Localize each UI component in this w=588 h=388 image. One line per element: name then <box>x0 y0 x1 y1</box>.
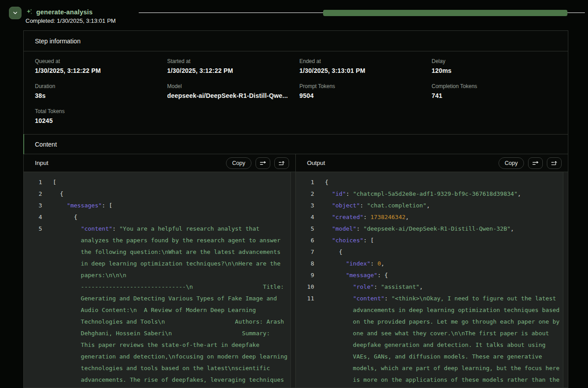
info-label: Duration <box>35 83 160 89</box>
info-value: 1/30/2025, 3:12:22 PM <box>35 67 160 74</box>
content-accent-bar <box>23 134 24 154</box>
code-line: models, which are part of deep learning,… <box>296 363 568 374</box>
step-title: generate-analysis <box>36 8 93 16</box>
info-field-prompt-tokens: Prompt Tokens 9504 <box>299 83 425 99</box>
info-field-started-at: Started at 1/30/2025, 3:12:22 PM <box>167 58 293 74</box>
info-value: deepseek-ai/DeepSeek-R1-Distill-Qwe... <box>167 92 293 99</box>
code-line: 3 "messages": [ <box>24 200 295 211</box>
info-field-total-tokens: Total Tokens 10245 <box>35 108 160 124</box>
line-number <box>24 363 42 374</box>
line-number <box>296 386 314 388</box>
code-line: 2 "id": "chatcmpl-5a5d2e8e-adf1-9329-bf9… <box>296 188 568 200</box>
code-line: in deep learning optimization techniques… <box>24 258 295 270</box>
step-information-grid: Queued at 1/30/2025, 3:12:22 PM Started … <box>24 51 568 134</box>
input-panel-header: Input Copy <box>24 154 295 172</box>
output-panel-title: Output <box>307 160 494 166</box>
wrap-text-icon <box>259 160 267 167</box>
input-panel: Input Copy 1[2 {3 "messages": [4 {5 "con… <box>24 154 296 388</box>
code-line: is more on the applications of these mod… <box>296 374 568 386</box>
code-line: 4 "created": 1738246342, <box>296 211 568 223</box>
timeline-step-bar[interactable] <box>323 10 567 16</box>
info-label: Total Tokens <box>35 108 160 114</box>
info-label: Started at <box>167 58 293 64</box>
code-line: 7 { <box>296 246 568 258</box>
scroll-to-top-button[interactable] <box>274 157 289 169</box>
line-number <box>296 374 314 386</box>
run-header: generate-analysis Completed: 1/30/2025, … <box>0 0 588 30</box>
info-field-queued-at: Queued at 1/30/2025, 3:12:22 PM <box>35 58 160 74</box>
code-line: technologies and tools based on the late… <box>24 363 295 374</box>
code-line: like\nVariational Autoencoders (VAEs), G… <box>24 386 295 388</box>
output-code-viewer[interactable]: 1{2 "id": "chatcmpl-5a5d2e8e-adf1-9329-b… <box>296 172 568 388</box>
code-line: 8 "index": 0, <box>296 258 568 270</box>
code-line: on the provided papers. Let me go throug… <box>296 316 568 328</box>
code-line: 10 "role": "assistant", <box>296 281 568 293</box>
line-number: 2 <box>24 188 42 200</box>
info-value: 120ms <box>432 67 557 74</box>
step-information-header: Step information <box>24 31 568 51</box>
line-number <box>24 258 42 270</box>
line-number: 11 <box>296 293 314 304</box>
info-field-duration: Duration 38s <box>35 83 160 99</box>
scroll-to-top-button[interactable] <box>547 157 562 169</box>
line-number <box>24 316 42 328</box>
line-number <box>24 293 42 304</box>
info-label: Delay <box>432 58 557 64</box>
wrap-text-button[interactable] <box>528 157 543 169</box>
code-line: 6 "choices": [ <box>296 235 568 246</box>
code-line: Technologies and Tools\n Authors: Arash <box>24 316 295 328</box>
line-number <box>24 328 42 339</box>
info-label: Model <box>167 83 293 89</box>
info-value: 9504 <box>299 92 425 99</box>
collapse-step-button[interactable] <box>9 7 21 19</box>
line-number: 9 <box>296 270 314 281</box>
wrap-text-button[interactable] <box>256 157 270 169</box>
line-number <box>296 304 314 316</box>
line-number: 10 <box>296 281 314 293</box>
scroll-to-top-icon <box>550 160 558 167</box>
output-scrollbar[interactable] <box>563 172 568 388</box>
code-line: the following question:\nWhat are the la… <box>24 246 295 258</box>
code-line: Generating and Detecting Various Types o… <box>24 293 295 304</box>
line-number <box>296 351 314 363</box>
line-number: 2 <box>296 188 314 200</box>
code-line: 11 "content": "<think>\nOkay, I need to … <box>296 293 568 304</box>
code-line: 1[ <box>24 177 295 188</box>
code-line: advancements in deep learning optimizati… <box>296 304 568 316</box>
line-number: 4 <box>296 211 314 223</box>
input-code-viewer[interactable]: 1[2 {3 "messages": [4 {5 "content": "You… <box>24 172 295 388</box>
line-number: 3 <box>24 200 42 211</box>
line-number: 6 <box>296 235 314 246</box>
line-number: 1 <box>24 177 42 188</box>
info-label: Prompt Tokens <box>299 83 425 89</box>
info-value: 1/30/2025, 3:13:01 PM <box>299 67 425 74</box>
input-scrollbar[interactable] <box>290 172 295 388</box>
line-number <box>24 351 42 363</box>
chevron-down-icon <box>12 10 18 16</box>
step-details-panel: Step information Queued at 1/30/2025, 3:… <box>23 30 568 388</box>
code-line: Dehghani, Hossein Saberi\n Summary: <box>24 328 295 339</box>
line-number: 4 <box>24 211 42 223</box>
input-output-panels: Input Copy 1[2 {3 "messages": [4 {5 "con… <box>24 154 568 388</box>
code-line: 5 "content": "You are a helpful research… <box>24 223 295 235</box>
line-number <box>24 339 42 351</box>
line-number <box>24 270 42 281</box>
code-line: ------------------------------\n Title: <box>24 281 295 293</box>
code-line: 3 "object": "chat.completion", <box>296 200 568 211</box>
info-label: Ended at <box>299 58 425 64</box>
code-line: 1{ <box>296 177 568 188</box>
copy-output-button[interactable]: Copy <box>499 157 524 169</box>
line-number <box>24 281 42 293</box>
code-line: deepfake generation and detection. It ta… <box>296 339 568 351</box>
content-title: Content <box>35 141 57 148</box>
info-label: Queued at <box>35 58 160 64</box>
code-line: 2 { <box>24 188 295 200</box>
output-panel: Output Copy 1{2 "id": "chatcmpl-5a5d2e8e… <box>296 154 568 388</box>
code-line: 4 { <box>24 211 295 223</box>
code-line: one and see what they cover.\n\nThe firs… <box>296 328 568 339</box>
line-number <box>24 304 42 316</box>
copy-input-button[interactable]: Copy <box>226 157 251 169</box>
code-line: 5 "model": "deepseek-ai/DeepSeek-R1-Dist… <box>296 223 568 235</box>
output-panel-header: Output Copy <box>296 154 568 172</box>
sparkles-icon <box>26 8 33 16</box>
